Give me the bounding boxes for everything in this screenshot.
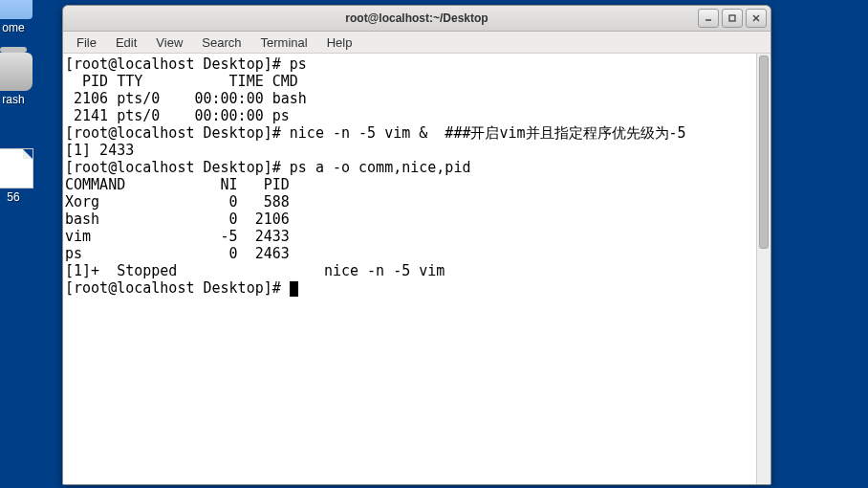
menu-terminal[interactable]: Terminal xyxy=(253,33,315,52)
menubar: File Edit View Search Terminal Help xyxy=(63,32,770,54)
minimize-button[interactable] xyxy=(698,9,719,28)
terminal-line: ps 0 2463 xyxy=(65,245,754,262)
close-icon xyxy=(751,13,761,23)
maximize-icon xyxy=(727,13,737,23)
menu-help[interactable]: Help xyxy=(319,33,360,52)
terminal-line: [1]+ Stopped nice -n -5 vim xyxy=(65,262,754,279)
terminal-line: [1] 2433 xyxy=(65,142,754,159)
window-controls xyxy=(698,9,767,28)
maximize-button[interactable] xyxy=(722,9,743,28)
terminal-line: 2106 pts/0 00:00:00 bash xyxy=(65,90,754,107)
menu-search[interactable]: Search xyxy=(194,33,249,52)
terminal-line: [root@localhost Desktop]# ps a -o comm,n… xyxy=(65,159,754,176)
home-folder-icon xyxy=(0,0,33,19)
window-title: root@localhost:~/Desktop xyxy=(63,11,770,25)
terminal-line: vim -5 2433 xyxy=(65,228,754,245)
trash-icon xyxy=(0,53,33,91)
terminal-line: [root@localhost Desktop]# nice -n -5 vim… xyxy=(65,124,754,142)
terminal-output[interactable]: [root@localhost Desktop]# ps PID TTY TIM… xyxy=(63,54,756,484)
terminal-line: Xorg 0 588 xyxy=(65,193,754,211)
terminal-line: PID TTY TIME CMD xyxy=(65,73,754,90)
terminal-line: 2141 pts/0 00:00:00 ps xyxy=(65,107,754,124)
terminal-line: [root@localhost Desktop]# xyxy=(65,279,754,297)
terminal-area: [root@localhost Desktop]# ps PID TTY TIM… xyxy=(63,54,770,484)
desktop-icon-label: rash xyxy=(0,93,36,106)
desktop-icon-label: 56 xyxy=(0,190,36,204)
close-button[interactable] xyxy=(746,9,767,28)
desktop-icon-file[interactable]: 56 xyxy=(0,148,36,204)
scrollbar[interactable] xyxy=(756,54,770,484)
terminal-window: root@localhost:~/Desktop File Edit View … xyxy=(62,5,771,485)
desktop-icon-trash[interactable]: rash xyxy=(0,53,36,106)
desktop: ome rash 56 root@localhost:~/Desktop xyxy=(0,0,868,488)
cursor xyxy=(290,281,298,297)
desktop-icon-label: ome xyxy=(0,21,36,34)
terminal-line: COMMAND NI PID xyxy=(65,176,754,193)
menu-file[interactable]: File xyxy=(69,33,104,52)
menu-edit[interactable]: Edit xyxy=(108,33,144,52)
scroll-thumb[interactable] xyxy=(759,55,769,249)
terminal-line: bash 0 2106 xyxy=(65,211,754,228)
file-icon xyxy=(0,148,33,189)
minimize-icon xyxy=(704,13,713,23)
titlebar[interactable]: root@localhost:~/Desktop xyxy=(63,6,770,32)
desktop-icon-home[interactable]: ome xyxy=(0,0,36,34)
menu-view[interactable]: View xyxy=(148,33,190,52)
svg-rect-1 xyxy=(729,15,735,21)
terminal-line: [root@localhost Desktop]# ps xyxy=(65,55,754,73)
